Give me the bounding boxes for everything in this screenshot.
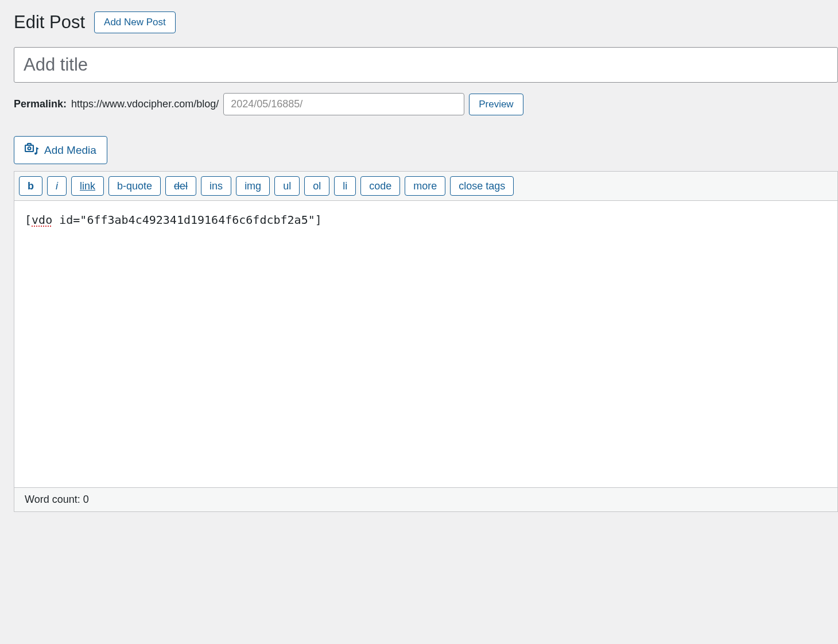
- quicktags-toolbar: b i link b-quote del ins img ul ol li co…: [14, 172, 837, 201]
- qt-del-button[interactable]: del: [165, 176, 196, 196]
- word-count-label: Word count:: [25, 494, 83, 505]
- qt-ul-button[interactable]: ul: [274, 176, 300, 196]
- qt-li-button[interactable]: li: [334, 176, 356, 196]
- qt-ins-button[interactable]: ins: [201, 176, 231, 196]
- page-title: Edit Post: [14, 12, 85, 33]
- add-media-label: Add Media: [44, 144, 96, 157]
- add-media-button[interactable]: Add Media: [14, 136, 107, 164]
- post-title-input[interactable]: [14, 47, 838, 83]
- svg-rect-0: [25, 145, 33, 152]
- qt-link-button[interactable]: link: [71, 176, 104, 196]
- svg-point-2: [28, 147, 31, 150]
- camera-music-icon: [25, 142, 38, 158]
- qt-bquote-button[interactable]: b-quote: [108, 176, 161, 196]
- add-new-post-button[interactable]: Add New Post: [94, 11, 176, 33]
- permalink-base-url: https://www.vdocipher.com/blog/: [71, 98, 219, 110]
- content-text-suffix: id="6ff3ab4c492341d19164f6c6fdcbf2a5"]: [52, 213, 322, 227]
- preview-button[interactable]: Preview: [469, 94, 523, 115]
- qt-more-button[interactable]: more: [405, 176, 445, 196]
- word-count-value: 0: [83, 494, 89, 505]
- editor-container: b i link b-quote del ins img ul ol li co…: [14, 171, 838, 512]
- qt-code-button[interactable]: code: [360, 176, 400, 196]
- qt-close-tags-button[interactable]: close tags: [450, 176, 514, 196]
- qt-bold-button[interactable]: b: [19, 176, 42, 196]
- svg-rect-1: [28, 143, 31, 145]
- qt-italic-button[interactable]: i: [47, 176, 67, 196]
- qt-img-button[interactable]: img: [236, 176, 270, 196]
- content-text-spellerr: vdo: [32, 213, 52, 227]
- permalink-label: Permalink:: [14, 98, 67, 110]
- permalink-slug-input[interactable]: [223, 93, 464, 115]
- content-text-prefix: [: [25, 213, 32, 227]
- post-content-textarea[interactable]: [vdo id="6ff3ab4c492341d19164f6c6fdcbf2a…: [14, 201, 837, 488]
- editor-status-bar: Word count: 0: [14, 488, 837, 511]
- qt-ol-button[interactable]: ol: [304, 176, 329, 196]
